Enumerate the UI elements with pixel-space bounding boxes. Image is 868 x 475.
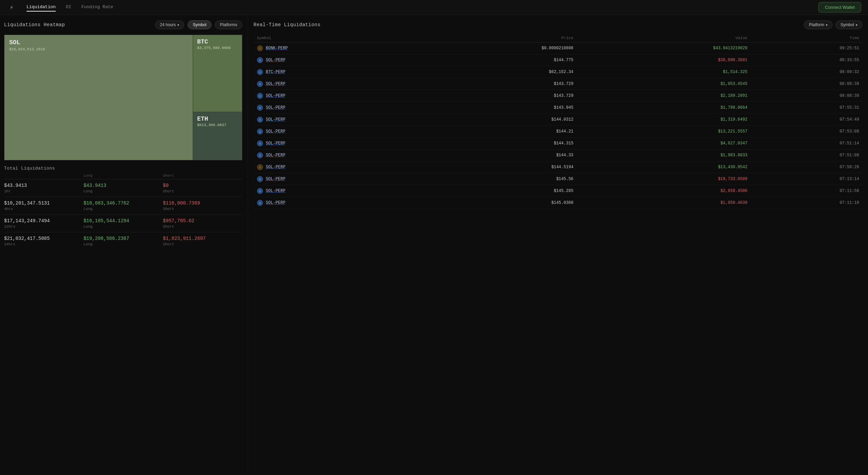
cell-value: $2,189.2891 [577, 90, 751, 102]
cell-time: 08:09:32 [751, 66, 863, 78]
table-row: ◎ SOL-PERP $145.285 $2,658.4506 07:11:56 [254, 185, 863, 197]
table-row: ◎ SOL-PERP $143.945 $1,798.0664 07:55:31 [254, 102, 863, 114]
heatmap: SOL $16,824,512.1516 BTC $3,375,580.9689… [4, 35, 242, 160]
cell-value: $1,983.8033 [577, 149, 751, 161]
chevron-down-icon-2: ▾ [826, 23, 828, 27]
cell-symbol: ◎ SOL-PERP [254, 197, 413, 209]
platform-icon: ◎ [257, 152, 263, 158]
cell-time: 07:54:49 [751, 114, 863, 126]
stats-period: 4hrs [4, 207, 84, 211]
cell-symbol: ◎ SOL-PERP [254, 185, 413, 197]
stats-short-label: Short [163, 225, 242, 229]
table-row: ◎ SOL-PERP $144.33 $1,983.8033 07:51:08 [254, 149, 863, 161]
cell-time: 08:08:39 [751, 78, 863, 90]
symbol-link[interactable]: SOL-PERP [266, 165, 285, 170]
stats-short-label: Short [163, 242, 242, 246]
stats-total: $21,032,417.5085 [4, 236, 84, 241]
symbol-link[interactable]: SOL-PERP [266, 141, 285, 146]
cell-price: $144.33 [413, 149, 577, 161]
stats-row: $21,032,417.5085 24hrs $19,208,506.2387 … [4, 232, 242, 250]
symbol-link[interactable]: SOL-PERP [266, 153, 285, 158]
cell-price: $144.315 [413, 138, 577, 149]
cell-value: $38,090.3601 [577, 54, 751, 66]
symbol-filter-label: Symbol [193, 22, 206, 27]
platforms-filter-button[interactable]: Platforms [215, 20, 242, 29]
table-row: ◎ SOL-PERP $144.775 $38,090.3601 08:33:5… [254, 54, 863, 66]
heatmap-right: BTC $3,375,580.9689 ETH $813,309.0837 [193, 35, 242, 160]
heatmap-title: Liquidations Heatmap [4, 22, 152, 28]
platform-icon: ◎ [257, 105, 263, 111]
cell-value: $43.9413219029 [577, 42, 751, 54]
main-layout: Liquidations Heatmap 24 hours ▾ Symbol P… [0, 15, 868, 475]
nav-tab-oi[interactable]: OI [66, 3, 71, 12]
stats-period: 24hrs [4, 242, 84, 246]
stats-long: $10,083,346.7762 [84, 200, 163, 206]
cell-symbol: ◎ SOL-PERP [254, 149, 413, 161]
cell-symbol: ◎ SOL-PERP [254, 126, 413, 138]
nav-tab-liquidation[interactable]: Liquidation [27, 3, 56, 12]
table-row: ◎ BTC-PERP $62,152.34 $1,514.325 08:09:3… [254, 66, 863, 78]
cell-symbol: ◎ SOL-PERP [254, 54, 413, 66]
cell-time: 07:50:20 [751, 161, 863, 173]
cell-time: 07:51:14 [751, 138, 863, 149]
cell-symbol: ◎ SOL-PERP [254, 138, 413, 149]
table-row: ◎ SOL-PERP $145.0308 $1,050.4039 07:11:1… [254, 197, 863, 209]
col-header-time: Time [751, 34, 863, 42]
stats-row: $10,201,347.5131 4hrs $10,083,346.7762 L… [4, 197, 242, 215]
cell-value: $13,221.5557 [577, 126, 751, 138]
connect-wallet-button[interactable]: Connect Wallet [818, 2, 861, 13]
symbol-link[interactable]: SOL-PERP [266, 93, 285, 98]
col-header-value: Value [577, 34, 751, 42]
eth-value: $813,309.0837 [197, 123, 226, 127]
symbol-link[interactable]: SOL-PERP [266, 189, 285, 193]
liquidations-table-wrapper[interactable]: Symbol Price Value Time ⚡ BONK-PERP $0.0… [254, 34, 863, 470]
cell-value: $13,430.9542 [577, 161, 751, 173]
stats-long: $19,208,506.2387 [84, 236, 163, 241]
left-panel: Liquidations Heatmap 24 hours ▾ Symbol P… [0, 15, 248, 475]
cell-time: 07:11:56 [751, 185, 863, 197]
symbol-link[interactable]: SOL-PERP [266, 200, 285, 205]
stats-total: $10,201,347.5131 [4, 200, 84, 206]
symbol-link[interactable]: SOL-PERP [266, 117, 285, 122]
eth-label: ETH [197, 116, 208, 122]
cell-price: $145.56 [413, 173, 577, 185]
cell-price: $144.0312 [413, 114, 577, 126]
cell-symbol: ◎ SOL-PERP [254, 102, 413, 114]
chevron-down-icon: ▾ [177, 23, 179, 27]
cell-value: $1,053.4545 [577, 78, 751, 90]
stats-short-label: Short [163, 189, 242, 193]
symbol-link[interactable]: BONK-PERP [266, 46, 288, 51]
stats-short: $0 [163, 183, 242, 188]
stats-short: $118,000.7369 [163, 200, 242, 206]
cell-symbol: ◎ SOL-PERP [254, 114, 413, 126]
symbol-link[interactable]: SOL-PERP [266, 58, 285, 63]
heatmap-eth: ETH $813,309.0837 [193, 112, 242, 160]
platform-icon: ◎ [257, 176, 263, 182]
symbol-filter-button[interactable]: Symbol [188, 20, 211, 29]
symbol-filter-button-right[interactable]: Symbol ▾ [835, 20, 863, 29]
chevron-down-icon-3: ▾ [856, 23, 857, 27]
stats-short: $1,823,911.2697 [163, 236, 242, 241]
cell-price: $144.5194 [413, 161, 577, 173]
cell-time: 08:33:55 [751, 54, 863, 66]
nav-tab-funding-rate[interactable]: Funding Rate [81, 3, 113, 12]
platform-filter-button[interactable]: Platform ▾ [804, 20, 833, 29]
cell-price: $143.945 [413, 102, 577, 114]
time-filter-button[interactable]: 24 hours ▾ [155, 20, 185, 29]
platform-icon: ◎ [257, 81, 263, 87]
table-row: ◎ SOL-PERP $145.56 $19,733.0509 07:13:14 [254, 173, 863, 185]
symbol-link[interactable]: SOL-PERP [266, 82, 285, 86]
cell-price: $0.0000210808 [413, 42, 577, 54]
cell-price: $144.21 [413, 126, 577, 138]
symbol-link[interactable]: SOL-PERP [266, 129, 285, 134]
table-row: ⚡ SOL-PERP $144.5194 $13,430.9542 07:50:… [254, 161, 863, 173]
stats-row: $43.9413 1hr $43.9413 Long $0 Short [4, 179, 242, 197]
cell-value: $4,627.9347 [577, 138, 751, 149]
table-row: ⚡ BONK-PERP $0.0000210808 $43.9413219029… [254, 42, 863, 54]
right-panel-header: Real-Time Liquidations Platform ▾ Symbol… [254, 20, 863, 29]
table-row: ◎ SOL-PERP $144.21 $13,221.5557 07:53:08 [254, 126, 863, 138]
symbol-link[interactable]: SOL-PERP [266, 105, 285, 110]
cell-symbol: ⚡ BONK-PERP [254, 42, 413, 54]
symbol-link[interactable]: BTC-PERP [266, 70, 285, 74]
symbol-link[interactable]: SOL-PERP [266, 177, 285, 181]
